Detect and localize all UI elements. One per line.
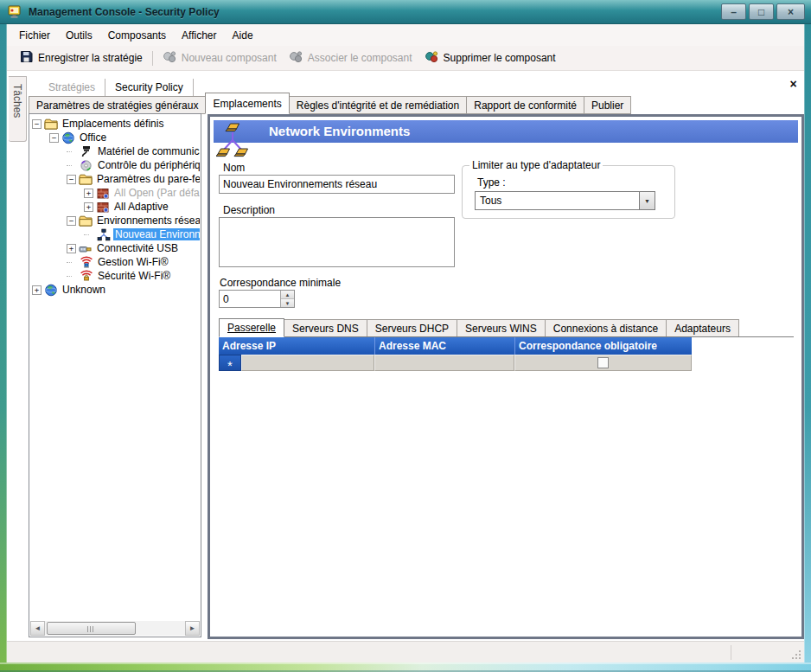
chevron-down-icon[interactable]: ▼ xyxy=(639,192,655,209)
maximize-button[interactable]: □ xyxy=(749,3,774,20)
grid-column-header-correspondance-obligatoire[interactable]: Correspondance obligatoire xyxy=(514,337,692,355)
tab-serveurs-wins[interactable]: Serveurs WINS xyxy=(457,319,546,336)
tree-item-label: Sécurité Wi-Fi® xyxy=(96,270,172,282)
hardware-icon xyxy=(80,145,93,158)
tree-connector xyxy=(67,276,72,277)
tree-item-label: Connectivité USB xyxy=(95,242,180,254)
stepper-buttons: ▲ ▼ xyxy=(280,291,294,307)
tree-expander-plus-icon[interactable]: + xyxy=(32,285,42,295)
wifi-icon xyxy=(80,256,93,269)
tab-adaptateurs[interactable]: Adaptateurs xyxy=(666,319,739,336)
scrollbar-thumb[interactable] xyxy=(47,622,136,635)
toolbar-button-label: Nouveau composant xyxy=(182,52,277,64)
wifi-lock-icon xyxy=(80,270,93,283)
globe-icon xyxy=(44,284,58,297)
tree-expander-minus-icon[interactable]: − xyxy=(32,119,42,129)
firewall-icon xyxy=(96,201,110,214)
menu-item-aide[interactable]: Aide xyxy=(225,26,261,45)
network-environments-icon xyxy=(216,122,249,158)
scrollbar-track[interactable] xyxy=(45,621,185,636)
tab-rapport-de-conformite[interactable]: Rapport de conformité xyxy=(466,96,584,114)
tree-expander-minus-icon[interactable]: − xyxy=(49,133,59,143)
folder-icon xyxy=(44,118,58,131)
firewall-icon xyxy=(96,187,110,200)
tree-expander-plus-icon[interactable]: + xyxy=(84,202,93,212)
tree-item-environnements-resea[interactable]: −Environnements résea xyxy=(30,214,200,227)
delete-component-icon xyxy=(425,50,438,66)
menu-item-afficher[interactable]: Afficher xyxy=(174,26,224,45)
toolbar-button-label: Supprimer le composant xyxy=(444,52,556,64)
grid-header: Adresse IPAdresse MACCorrespondance obli… xyxy=(219,337,692,355)
client-area: FichierOutilsComposantsAfficherAide Enre… xyxy=(7,24,804,662)
folder-icon xyxy=(79,214,93,227)
menu-item-composants[interactable]: Composants xyxy=(100,26,174,45)
tree-connector xyxy=(67,165,72,166)
minimum-match-stepper[interactable]: 0 ▲ ▼ xyxy=(219,290,295,308)
tree-horizontal-scrollbar[interactable]: ◄ ► xyxy=(30,621,200,636)
tab-passerelle[interactable]: Passerelle xyxy=(219,318,284,337)
grid-column-header-adresse-mac[interactable]: Adresse MAC xyxy=(374,337,514,355)
tree-item-unknown[interactable]: +Unknown xyxy=(30,283,200,297)
detail-title: Network Environments xyxy=(269,124,410,138)
adapter-type-group: Limiter au type d'adaptateur Type : Tous… xyxy=(462,165,675,219)
adapter-type-select[interactable]: Tous ▼ xyxy=(475,191,655,210)
minimum-match-value: 0 xyxy=(220,291,280,307)
resize-grip[interactable] xyxy=(790,649,801,659)
grid-body: * xyxy=(219,355,692,371)
description-label: Description xyxy=(223,204,275,216)
mandatory-checkbox[interactable] xyxy=(597,357,609,368)
tree-item-parametres-du-pare-fe[interactable]: −Paramètres du pare-fe xyxy=(30,172,200,186)
tab-publier[interactable]: Publier xyxy=(584,96,631,114)
tree-item-materiel-de-communica[interactable]: Matériel de communica xyxy=(30,144,200,158)
tab-serveurs-dhcp[interactable]: Serveurs DHCP xyxy=(367,319,457,336)
tree-item-nouveau-environne[interactable]: Nouveau Environne xyxy=(30,227,200,241)
tab-regles-d-integrite-et-de-remediation[interactable]: Règles d'intégrité et de remédiation xyxy=(289,96,467,114)
tree-expander-minus-icon[interactable]: − xyxy=(67,216,76,226)
tree-expander-plus-icon[interactable]: + xyxy=(67,244,76,253)
scroll-right-arrow-icon[interactable]: ► xyxy=(185,621,200,636)
tree-item-connectivite-usb[interactable]: +Connectivité USB xyxy=(30,241,200,255)
menu-item-fichier[interactable]: Fichier xyxy=(11,26,58,45)
close-button[interactable]: × xyxy=(776,3,805,20)
titlebar[interactable]: Management Console - Security Policy – □… xyxy=(0,0,811,24)
tree-item-all-open-par-defau[interactable]: +All Open (Par défau xyxy=(30,186,200,200)
stepper-up-icon[interactable]: ▲ xyxy=(281,291,294,299)
tree-item-office[interactable]: −Office xyxy=(30,131,200,144)
minimize-icon: – xyxy=(731,7,737,17)
tree-item-securite-wi-fi[interactable]: Sécurité Wi-Fi® xyxy=(30,269,200,283)
menu-item-outils[interactable]: Outils xyxy=(58,26,100,45)
minimize-button[interactable]: – xyxy=(721,3,746,20)
tree-item-label: Gestion Wi-Fi® xyxy=(96,256,170,268)
name-label: Nom xyxy=(223,162,245,174)
tree-item-gestion-wi-fi[interactable]: Gestion Wi-Fi® xyxy=(30,255,200,269)
grid-cell-adresse-ip[interactable] xyxy=(241,355,374,371)
adapter-type-value: Tous xyxy=(476,192,639,209)
status-bar xyxy=(7,641,804,662)
tab-emplacements[interactable]: Emplacements xyxy=(205,93,289,114)
grid-cell-adresse-mac[interactable] xyxy=(374,355,514,371)
tab-close-button[interactable]: × xyxy=(786,77,801,92)
network-icon xyxy=(97,228,111,241)
tab-serveurs-dns[interactable]: Serveurs DNS xyxy=(284,319,367,336)
scroll-left-arrow-icon[interactable]: ◄ xyxy=(30,621,45,636)
associate-component-icon xyxy=(289,50,303,66)
save-icon xyxy=(20,50,33,66)
tab-connexions-a-distance[interactable]: Connexions à distance xyxy=(545,319,667,336)
tree-item-controle-du-peripheriqu[interactable]: Contrôle du périphériqu xyxy=(30,158,200,172)
tree-expander-plus-icon[interactable]: + xyxy=(84,189,93,198)
tab-parametres-de-strategies-generaux[interactable]: Paramètres de stratégies généraux xyxy=(29,96,206,114)
section-tabs: Paramètres de stratégies générauxEmplace… xyxy=(29,93,631,114)
window-title: Management Console - Security Policy xyxy=(29,6,220,18)
grid-column-header-adresse-ip[interactable]: Adresse IP xyxy=(219,337,374,355)
stepper-down-icon[interactable]: ▼ xyxy=(281,299,294,307)
supprimer-le-composant-button[interactable]: Supprimer le composant xyxy=(418,48,562,68)
enregistrer-la-strategie-button[interactable]: Enregistrer la stratégie xyxy=(14,48,149,68)
status-separator xyxy=(731,645,731,660)
new-row-marker-icon[interactable]: * xyxy=(219,355,241,371)
tree-item-emplacements-definis[interactable]: −Emplacements définis xyxy=(30,117,200,131)
description-input[interactable] xyxy=(219,217,455,267)
tree-item-all-adaptive[interactable]: +All Adaptive xyxy=(30,200,200,214)
name-input[interactable] xyxy=(219,175,455,194)
tree-expander-minus-icon[interactable]: − xyxy=(67,175,76,184)
tasks-side-tab[interactable]: Tâches xyxy=(9,76,27,142)
